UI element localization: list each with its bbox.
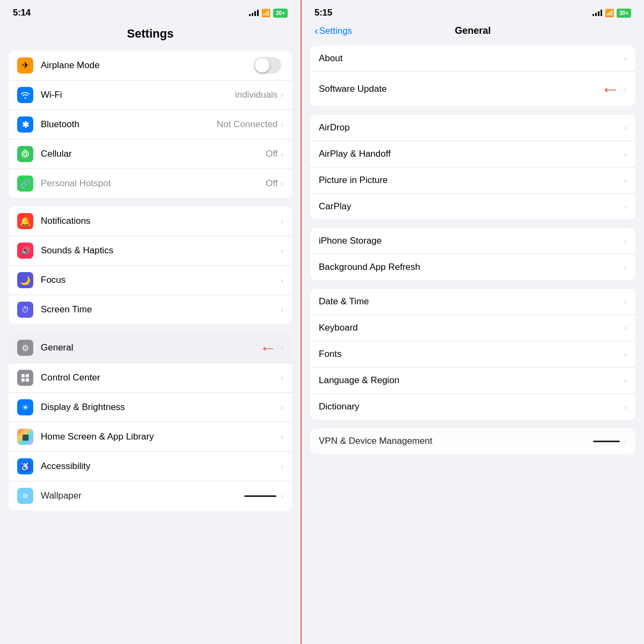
signal-bars-icon: [249, 10, 259, 16]
notifications-row[interactable]: 🔔 Notifications ›: [9, 207, 292, 236]
screentime-chevron: ›: [281, 305, 283, 314]
airdrop-row[interactable]: AirDrop ›: [310, 115, 635, 141]
left-status-time: 5:14: [13, 8, 31, 18]
airplane-mode-label: Airplane Mode: [41, 60, 254, 71]
homescreen-row[interactable]: ▦ Home Screen & App Library ›: [9, 422, 292, 452]
wifi-row[interactable]: Wi-Fi individuals ›: [9, 80, 292, 110]
hotspot-row[interactable]: 🔗 Personal Hotspot Off ›: [9, 169, 292, 198]
dictionary-label: Dictionary: [319, 401, 624, 412]
pip-row[interactable]: Picture in Picture ›: [310, 167, 635, 194]
focus-row[interactable]: 🌙 Focus ›: [9, 266, 292, 295]
cellular-chevron: ›: [281, 150, 283, 158]
software-update-label: Software Update: [319, 84, 601, 94]
airplay-row[interactable]: AirPlay & Handoff ›: [310, 141, 635, 167]
accessibility-label: Accessibility: [41, 461, 281, 472]
svg-rect-4: [26, 374, 29, 377]
background-refresh-row[interactable]: Background App Refresh ›: [310, 254, 635, 280]
focus-label: Focus: [41, 275, 281, 286]
screentime-label: Screen Time: [41, 304, 281, 315]
carplay-chevron: ›: [624, 202, 627, 211]
display-brightness-chevron: ›: [281, 403, 283, 412]
wifi-chevron: ›: [281, 91, 283, 99]
right-page-title: General: [455, 25, 491, 36]
keyboard-row[interactable]: Keyboard ›: [310, 315, 635, 341]
back-label: Settings: [319, 26, 352, 36]
screentime-row[interactable]: ⏱ Screen Time ›: [9, 295, 292, 324]
sounds-row[interactable]: 🔊 Sounds & Haptics ›: [9, 236, 292, 266]
svg-point-0: [22, 151, 28, 157]
accessibility-row[interactable]: ♿ Accessibility ›: [9, 452, 292, 481]
left-settings-scroll[interactable]: ✈ Airplane Mode Wi-Fi individuals ›: [0, 47, 301, 644]
about-label: About: [319, 53, 624, 64]
airplane-mode-toggle[interactable]: [254, 57, 281, 74]
general-group: ⚙ General ← › Control Center ›: [9, 333, 292, 510]
airplane-mode-icon: ✈: [17, 57, 33, 74]
airplay-chevron: ›: [624, 150, 627, 158]
general-arrow-icon: ←: [259, 339, 276, 356]
general-row[interactable]: ⚙ General ← ›: [9, 333, 292, 363]
bluetooth-icon: ✱: [17, 116, 33, 133]
pip-chevron: ›: [624, 176, 627, 185]
vpn-row[interactable]: VPN & Device Management ›: [310, 428, 635, 454]
airdrop-label: AirDrop: [319, 122, 624, 133]
airplane-mode-row[interactable]: ✈ Airplane Mode: [9, 50, 292, 80]
right-status-time: 5:15: [314, 8, 332, 18]
cellular-row[interactable]: Cellular Off ›: [9, 140, 292, 169]
svg-rect-3: [21, 374, 25, 377]
svg-rect-5: [21, 378, 25, 382]
carplay-label: CarPlay: [319, 201, 624, 212]
cellular-value: Off: [266, 149, 277, 159]
right-signal-bars: [592, 10, 602, 16]
left-page-title-bar: Settings: [0, 23, 301, 47]
general-chevron: ›: [281, 343, 283, 352]
back-button[interactable]: ‹ Settings: [314, 25, 352, 37]
cellular-label: Cellular: [41, 149, 266, 159]
language-region-row[interactable]: Language & Region ›: [310, 368, 635, 394]
bluetooth-value: Not Connected: [217, 119, 277, 130]
fonts-row[interactable]: Fonts ›: [310, 341, 635, 368]
accessibility-chevron: ›: [281, 462, 283, 471]
date-time-row[interactable]: Date & Time ›: [310, 289, 635, 315]
regional-group: Date & Time › Keyboard › Fonts › Languag…: [310, 289, 635, 420]
wifi-icon-row: [17, 87, 33, 103]
carplay-row[interactable]: CarPlay ›: [310, 194, 635, 219]
homescreen-label: Home Screen & App Library: [41, 431, 281, 442]
bluetooth-row[interactable]: ✱ Bluetooth Not Connected ›: [9, 110, 292, 140]
language-region-chevron: ›: [624, 376, 627, 385]
about-group: About › Software Update ← ›: [310, 46, 635, 106]
right-wifi-icon: 📶: [605, 9, 614, 17]
software-update-row[interactable]: Software Update ← ›: [310, 72, 635, 106]
toggle-knob: [255, 58, 269, 72]
accessibility-icon: ♿: [17, 458, 33, 474]
iphone-storage-row[interactable]: iPhone Storage ›: [310, 228, 635, 254]
bluetooth-label: Bluetooth: [41, 119, 217, 130]
language-region-label: Language & Region: [319, 375, 624, 386]
display-brightness-row[interactable]: ☀ Display & Brightness ›: [9, 393, 292, 422]
wallpaper-underline: [244, 495, 276, 497]
hotspot-icon: 🔗: [17, 175, 33, 192]
cellular-icon: [17, 146, 33, 162]
sounds-icon: 🔊: [17, 243, 33, 259]
right-status-icons: 📶 30+: [592, 9, 631, 18]
dictionary-row[interactable]: Dictionary ›: [310, 394, 635, 420]
keyboard-chevron: ›: [624, 324, 627, 332]
software-update-chevron: ›: [624, 85, 627, 93]
wallpaper-row[interactable]: ❊ Wallpaper ›: [9, 481, 292, 510]
background-refresh-label: Background App Refresh: [319, 262, 624, 273]
software-update-arrow-icon: ←: [601, 79, 620, 99]
left-status-icons: 📶 30+: [249, 9, 288, 18]
left-status-bar: 5:14 📶 30+: [0, 0, 301, 23]
fonts-label: Fonts: [319, 349, 624, 360]
control-center-row[interactable]: Control Center ›: [9, 363, 292, 393]
focus-chevron: ›: [281, 276, 283, 284]
left-battery-badge: 30+: [273, 9, 288, 18]
about-chevron: ›: [624, 54, 627, 63]
date-time-chevron: ›: [624, 297, 627, 306]
screentime-icon: ⏱: [17, 302, 33, 318]
about-row[interactable]: About ›: [310, 46, 635, 72]
svg-rect-6: [26, 378, 29, 382]
homescreen-chevron: ›: [281, 433, 283, 441]
general-settings-scroll[interactable]: About › Software Update ← › AirDrop › Ai…: [302, 43, 644, 644]
svg-point-1: [24, 152, 27, 156]
focus-icon: 🌙: [17, 272, 33, 288]
